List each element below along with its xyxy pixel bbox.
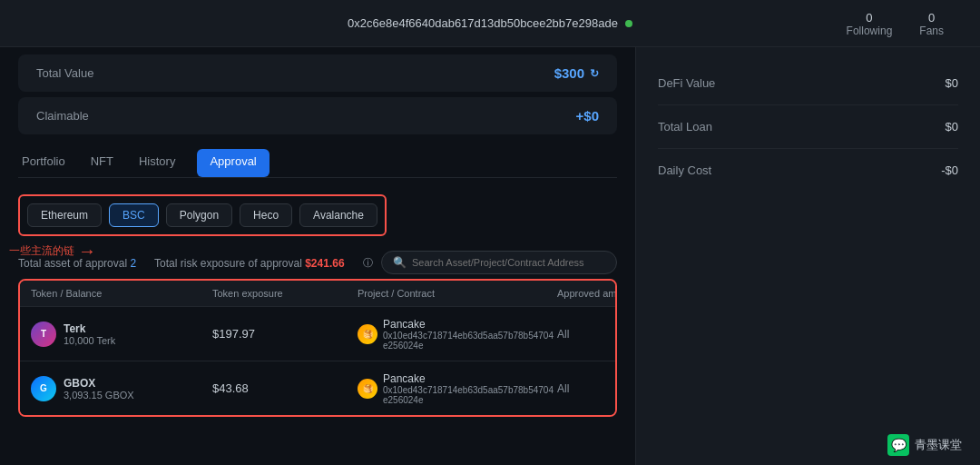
gbox-exposure: $43.68 <box>212 381 358 395</box>
tab-history[interactable]: History <box>135 149 179 177</box>
search-box[interactable]: 🔍 <box>381 251 617 274</box>
fans-count: 0 <box>928 10 935 24</box>
claimable-value: +$0 <box>576 108 599 124</box>
total-asset-count: 2 <box>130 257 136 270</box>
col-token-exposure: Token exposure <box>212 288 358 299</box>
summary-cards: Total Value $300 ↻ Claimable +$0 <box>18 54 617 140</box>
chain-btn-bsc[interactable]: BSC <box>109 203 159 227</box>
tab-approval[interactable]: Approval <box>197 149 269 177</box>
fans-label: Fans <box>919 24 944 36</box>
total-value-label: Total Value <box>36 66 93 80</box>
approval-table: Token / Balance Token exposure Project /… <box>18 279 617 417</box>
risk-exposure-label: Total risk exposure of approval $241.66 <box>154 257 344 270</box>
refresh-icon[interactable]: ↻ <box>590 67 599 80</box>
arrow-icon: → <box>78 241 96 262</box>
pancake-icon-1: 🥞 <box>358 324 377 344</box>
col-project: Project / Contract <box>358 288 557 299</box>
gbox-details: GBOX 3,093.15 GBOX <box>64 377 134 401</box>
header-stats: 0 Following 0 Fans <box>847 10 944 36</box>
terk-details: Terk 10,000 Terk <box>64 322 115 346</box>
tab-portfolio[interactable]: Portfolio <box>18 149 69 177</box>
pancake-address-1: 0x10ed43c718714eb63d5aa57b78b54704e25602… <box>383 331 557 351</box>
pancake-details-1: Pancake 0x10ed43c718714eb63d5aa57b78b547… <box>383 318 557 351</box>
watermark-text: 青墨课堂 <box>915 437 962 453</box>
gbox-balance: 3,093.15 GBOX <box>64 390 134 401</box>
pancake-info-2: 🥞 Pancake 0x10ed43c718714eb63d5aa57b78b5… <box>358 372 557 405</box>
search-icon: 🔍 <box>393 256 407 269</box>
claimable-label: Claimable <box>36 109 89 123</box>
daily-cost-label: Daily Cost <box>658 163 711 177</box>
col-approved: Approved amount <box>557 288 617 299</box>
chain-btn-heco[interactable]: Heco <box>240 203 292 227</box>
table-row: T Terk 10,000 Terk $197.97 🥞 Pancake 0x1… <box>20 307 615 361</box>
terk-approved: All <box>557 328 617 341</box>
watermark: 💬 青墨课堂 <box>887 434 962 456</box>
annotation-text: 一些主流的链 <box>9 243 74 259</box>
following-count: 0 <box>866 10 872 24</box>
total-loan-stat: Total Loan $0 <box>658 105 958 149</box>
pancake-address-2: 0x10ed43c718714eb63d5aa57b78b54704e25602… <box>383 385 557 405</box>
col-token: Token / Balance <box>31 288 212 299</box>
following-stat: 0 Following <box>847 10 893 36</box>
terk-balance: 10,000 Terk <box>64 335 115 346</box>
risk-exposure-amount: $241.66 <box>305 257 344 270</box>
wechat-icon: 💬 <box>887 434 909 456</box>
terk-name: Terk <box>64 322 115 335</box>
right-panel: DeFi Value $0 Total Loan $0 Daily Cost -… <box>635 47 980 465</box>
daily-cost-value: -$0 <box>941 163 958 177</box>
wallet-address: 0x2c6e8e4f6640dab617d13db50bcee2bb7e298a… <box>348 16 618 30</box>
main-layout: Total Value $300 ↻ Claimable +$0 Portfol… <box>0 47 980 465</box>
chain-selector: Ethereum BSC Polygon Heco Avalanche <box>18 194 387 236</box>
gbox-icon: G <box>31 376 56 401</box>
annotation: 一些主流的链 → <box>9 241 96 262</box>
terk-exposure: $197.97 <box>212 327 358 341</box>
info-icon[interactable]: ⓘ <box>363 256 373 270</box>
total-loan-label: Total Loan <box>658 120 712 134</box>
daily-cost-stat: Daily Cost -$0 <box>658 149 958 192</box>
pancake-name-2: Pancake <box>383 372 557 385</box>
defi-value: $0 <box>946 76 958 90</box>
pancake-name-1: Pancake <box>383 318 557 331</box>
chain-btn-ethereum[interactable]: Ethereum <box>27 203 102 227</box>
pancake-details-2: Pancake 0x10ed43c718714eb63d5aa57b78b547… <box>383 372 557 405</box>
header: 0x2c6e8e4f6640dab617d13db50bcee2bb7e298a… <box>0 0 980 47</box>
total-value: $300 ↻ <box>554 65 599 81</box>
defi-value-label: DeFi Value <box>658 76 715 90</box>
tab-nft[interactable]: NFT <box>87 149 117 177</box>
total-value-card: Total Value $300 ↻ <box>18 54 617 92</box>
search-input[interactable] <box>412 257 605 268</box>
token-info-terk: T Terk 10,000 Terk <box>31 322 212 347</box>
following-label: Following <box>847 24 893 36</box>
gbox-approved: All <box>557 382 617 395</box>
claimable-card: Claimable +$0 <box>18 97 617 134</box>
table-header: Token / Balance Token exposure Project /… <box>20 281 615 307</box>
terk-icon: T <box>31 322 56 347</box>
table-row: G GBOX 3,093.15 GBOX $43.68 🥞 Pancake 0x… <box>20 361 615 415</box>
gbox-name: GBOX <box>64 377 134 390</box>
pancake-info-1: 🥞 Pancake 0x10ed43c718714eb63d5aa57b78b5… <box>358 318 557 351</box>
pancake-icon-2: 🥞 <box>358 379 377 399</box>
wallet-address-bar: 0x2c6e8e4f6640dab617d13db50bcee2bb7e298a… <box>348 16 632 30</box>
total-loan-value: $0 <box>946 120 958 134</box>
token-info-gbox: G GBOX 3,093.15 GBOX <box>31 376 212 401</box>
chain-btn-polygon[interactable]: Polygon <box>166 203 232 227</box>
chain-btn-avalanche[interactable]: Avalanche <box>299 203 377 227</box>
defi-value-stat: DeFi Value $0 <box>658 62 958 105</box>
online-indicator <box>625 20 632 27</box>
fans-stat: 0 Fans <box>919 10 944 36</box>
tab-bar: Portfolio NFT History Approval <box>18 149 617 178</box>
